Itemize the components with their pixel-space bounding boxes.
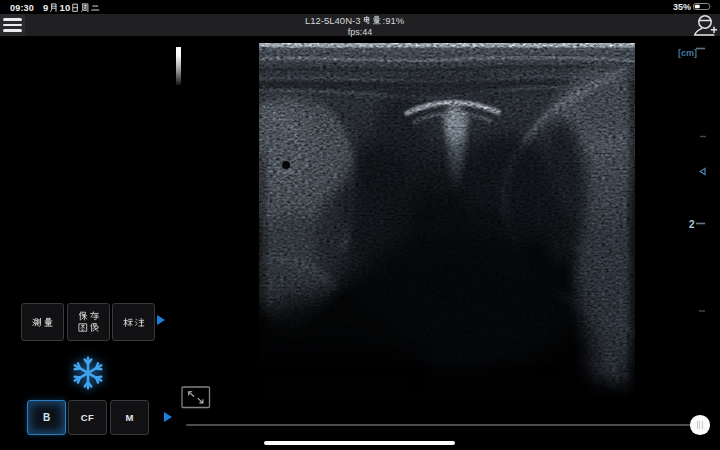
svg-text:L12-5L40N-3: L12-5L40N-3 (305, 15, 360, 25)
svg-text:2: 2 (689, 219, 695, 230)
svg-text:[cm]: [cm] (678, 48, 697, 58)
svg-text:9: 9 (43, 2, 48, 13)
svg-text:10: 10 (60, 2, 71, 13)
svg-text::91%: :91% (383, 15, 405, 25)
